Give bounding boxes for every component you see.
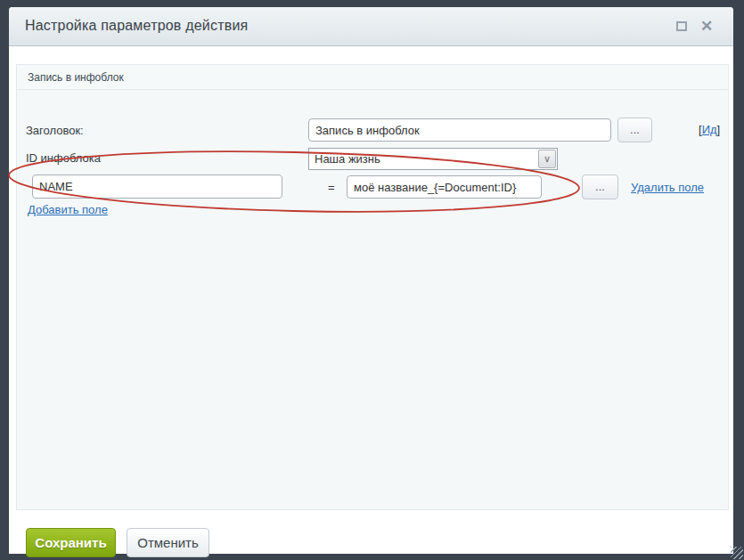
chevron-down-icon[interactable]: ∨ bbox=[538, 150, 556, 168]
maximize-button[interactable] bbox=[675, 20, 689, 34]
dialog-titlebar[interactable]: Настройка параметров действия ✕ bbox=[9, 7, 733, 46]
bracket-close: ] bbox=[717, 123, 721, 136]
action-settings-dialog: Настройка параметров действия ✕ Запись в… bbox=[9, 7, 733, 554]
screen-frame: Настройка параметров действия ✕ Запись в… bbox=[0, 0, 744, 560]
id-link[interactable]: Ид bbox=[702, 123, 717, 136]
close-button[interactable]: ✕ bbox=[699, 20, 714, 34]
iblock-selected-value: Наша жизнь bbox=[309, 152, 538, 166]
save-button[interactable]: Сохранить bbox=[26, 528, 116, 557]
maximize-icon bbox=[676, 21, 687, 31]
id-link-group: [Ид] bbox=[699, 123, 720, 136]
iblock-select[interactable]: Наша жизнь ∨ bbox=[308, 148, 558, 170]
settings-panel: Запись в инфоблок Заголовок: ... [Ид] ID… bbox=[16, 64, 729, 510]
resize-grip[interactable] bbox=[731, 547, 743, 559]
dialog-title: Настройка параметров действия bbox=[25, 18, 248, 34]
cancel-button[interactable]: Отменить bbox=[127, 528, 209, 557]
title-input[interactable] bbox=[308, 118, 611, 142]
field-name-input[interactable] bbox=[32, 174, 282, 199]
title-more-button[interactable]: ... bbox=[617, 118, 652, 142]
delete-field-link[interactable]: Удалить поле bbox=[631, 181, 704, 194]
field-value-input[interactable] bbox=[347, 175, 542, 199]
panel-header: Запись в инфоблок bbox=[17, 65, 728, 90]
equals-sign: = bbox=[328, 181, 335, 194]
iblock-label: ID инфоблока bbox=[26, 151, 101, 165]
title-label: Заголовок: bbox=[26, 124, 84, 137]
add-field-link[interactable]: Добавить поле bbox=[28, 203, 108, 216]
field-more-button[interactable]: ... bbox=[582, 174, 618, 199]
